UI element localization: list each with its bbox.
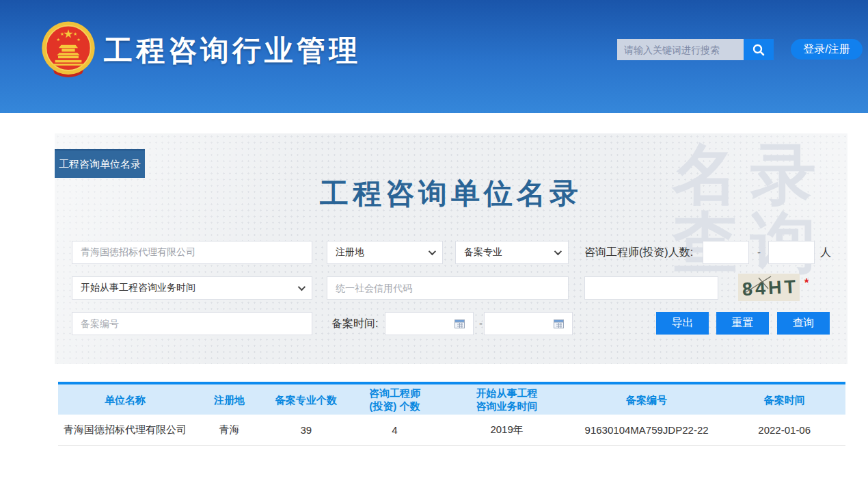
captcha-required-mark: * <box>804 277 809 289</box>
captcha-text: 84HT <box>742 276 796 300</box>
search-button[interactable] <box>744 39 774 60</box>
cell-start-time: 2019年 <box>444 415 569 445</box>
record-time-dash: - <box>479 312 483 335</box>
tab-unit-directory[interactable]: 工程咨询单位名录 <box>55 149 145 178</box>
engineer-count-label: 咨询工程师(投资)人数: <box>584 241 693 264</box>
results-table: 单位名称 注册地 备案专业个数 咨询工程师 (投资) 个数 开始从事工程 咨询业… <box>58 382 845 446</box>
cell-unit-name: 青海国德招标代理有限公司 <box>58 415 192 445</box>
svg-text:★: ★ <box>77 37 81 42</box>
chevron-down-icon <box>429 248 436 255</box>
col-header-record-number: 备案编号 <box>570 383 724 415</box>
captcha-image[interactable]: 84HT <box>738 274 800 301</box>
chevron-down-icon <box>554 248 562 255</box>
start-time-select[interactable]: 开始从事工程咨询业务时间 <box>72 276 312 300</box>
cell-register-place: 青海 <box>192 415 267 445</box>
cell-major-count: 39 <box>267 415 345 445</box>
search-icon <box>752 43 765 57</box>
reset-button[interactable]: 重置 <box>716 312 769 335</box>
register-place-select-value: 注册地 <box>336 246 364 259</box>
col-header-start-time: 开始从事工程 咨询业务时间 <box>444 383 569 415</box>
svg-text:★: ★ <box>60 31 64 36</box>
directory-panel: 名录查询 工程咨询单位名录 工程咨询单位名录 注册地 备案专业 咨询工程师(投资… <box>55 133 847 364</box>
calendar-icon <box>554 319 564 328</box>
col-header-major-count: 备案专业个数 <box>267 383 345 415</box>
keyword-search-input[interactable] <box>617 39 744 60</box>
page: ★ ★ ★ ★ 工程咨询行业管理 登录/注册 名录查询 工程咨 <box>0 0 868 496</box>
top-banner: ★ ★ ★ ★ 工程咨询行业管理 登录/注册 <box>0 0 868 113</box>
person-unit-label: 人 <box>820 241 831 264</box>
site-title: 工程咨询行业管理 <box>104 31 361 70</box>
national-emblem-icon: ★ ★ ★ ★ <box>38 18 98 80</box>
record-number-input[interactable] <box>72 312 312 335</box>
calendar-icon <box>455 319 465 328</box>
svg-text:★: ★ <box>73 31 77 36</box>
captcha-input[interactable] <box>584 276 718 300</box>
login-register-button[interactable]: 登录/注册 <box>791 39 863 60</box>
record-time-end-input[interactable] <box>484 312 573 335</box>
engineer-count-max-input[interactable] <box>768 241 815 264</box>
col-header-register-place: 注册地 <box>192 383 267 415</box>
export-button[interactable]: 导出 <box>656 312 709 335</box>
page-title: 工程咨询单位名录 <box>55 174 847 213</box>
chevron-down-icon <box>298 283 306 291</box>
record-major-select[interactable]: 备案专业 <box>455 241 569 264</box>
search-submit-button[interactable]: 查询 <box>777 312 830 335</box>
svg-text:★: ★ <box>56 37 60 42</box>
col-header-unit-name: 单位名称 <box>58 383 192 415</box>
engineer-count-min-input[interactable] <box>703 241 749 264</box>
company-name-input[interactable] <box>72 241 312 264</box>
col-header-record-time: 备案时间 <box>723 383 845 415</box>
table-header-row: 单位名称 注册地 备案专业个数 咨询工程师 (投资) 个数 开始从事工程 咨询业… <box>58 383 845 415</box>
cell-record-time: 2022-01-06 <box>723 415 845 445</box>
header-search <box>617 39 774 60</box>
start-time-select-value: 开始从事工程咨询业务时间 <box>81 282 195 294</box>
engineer-range-dash: - <box>757 241 761 264</box>
credit-code-input[interactable] <box>327 276 569 300</box>
register-place-select[interactable]: 注册地 <box>327 241 443 264</box>
col-header-engineer-count: 咨询工程师 (投资) 个数 <box>345 383 444 415</box>
cell-record-number: 91630104MA759JDP22-22 <box>570 415 724 445</box>
table-row[interactable]: 青海国德招标代理有限公司 青海 39 4 2019年 91630104MA759… <box>58 415 845 445</box>
record-major-select-value: 备案专业 <box>464 246 502 259</box>
record-time-label: 备案时间: <box>331 312 378 335</box>
cell-engineer-count: 4 <box>345 415 444 445</box>
record-time-start-input[interactable] <box>385 312 474 335</box>
